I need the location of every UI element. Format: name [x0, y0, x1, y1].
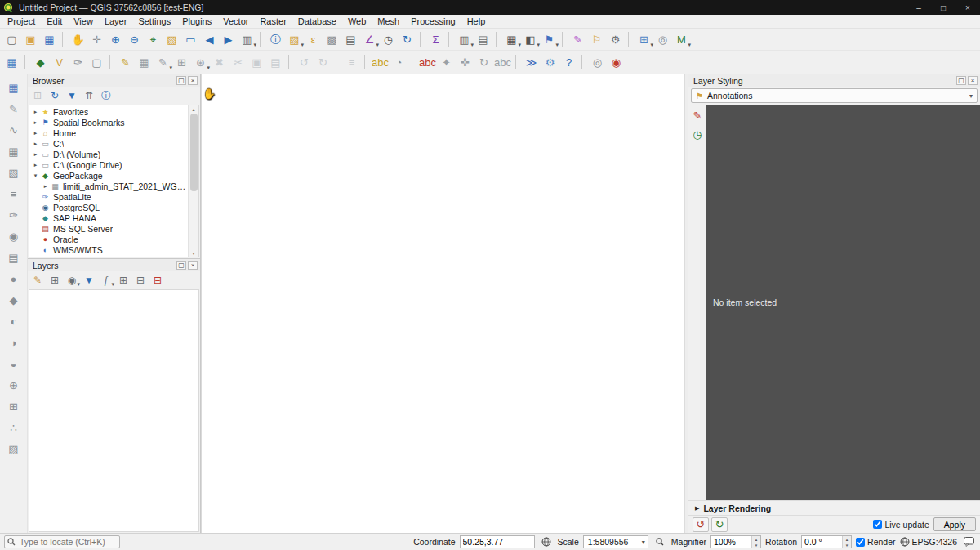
show-spatial-bookmarks[interactable]: ⚑▾	[540, 30, 559, 49]
add-postgis-layer[interactable]: ◉	[4, 226, 24, 246]
add-xyz-layer[interactable]: ⊞	[4, 396, 24, 416]
mesh-tools[interactable]: M▾	[672, 30, 691, 49]
layer-diagram-options[interactable]: ◔	[390, 53, 408, 72]
rotate-label[interactable]: ↻	[474, 53, 493, 72]
toggle-editing[interactable]: ✎	[116, 53, 135, 72]
menu-processing[interactable]: Processing	[405, 16, 461, 27]
styling-tab-symbology[interactable]: ✎	[689, 107, 706, 123]
tree-expand-icon[interactable]: ▸	[31, 109, 40, 115]
add-virtual-layer[interactable]: ▨	[4, 439, 24, 458]
move-label[interactable]: ✜	[456, 53, 474, 72]
project-properties[interactable]: ⚙	[606, 30, 625, 49]
browser-item-xyz-tiles[interactable]: ⊞ XYZ Tiles	[29, 255, 188, 257]
collapse-all-layers[interactable]: ⊟	[132, 272, 149, 288]
new-vector-layer[interactable]: ✎	[4, 99, 24, 118]
zoom-to-layer[interactable]: ▭	[181, 30, 200, 49]
highlight-pinned-labels[interactable]: abc	[418, 53, 437, 72]
open-attribute-table[interactable]: ▤	[341, 30, 360, 49]
layers-close-button[interactable]: ×	[188, 261, 198, 270]
magnifier-icon-button[interactable]	[653, 535, 667, 548]
tree-expand-icon[interactable]: ▸	[31, 130, 40, 136]
scroll-up-icon[interactable]: ▴	[192, 105, 194, 113]
messages-button[interactable]	[961, 537, 976, 547]
add-point-cloud-layer[interactable]: ∴	[4, 418, 24, 437]
select-by-expression[interactable]: ε	[304, 30, 323, 49]
apply-button[interactable]: Apply	[933, 517, 976, 531]
menu-settings[interactable]: Settings	[132, 16, 176, 27]
add-arcgis-rest-layer[interactable]: ⊕	[4, 375, 24, 395]
browser-item-sap-hana[interactable]: ◆ SAP HANA	[29, 212, 188, 223]
processing-toolbox[interactable]: ⚙	[541, 53, 559, 72]
browser-collapse-all[interactable]: ⇈	[81, 87, 97, 104]
browser-item-spatial-bookmarks[interactable]: ▸ ⚑ Spatial Bookmarks	[29, 117, 188, 127]
menu-vector[interactable]: Vector	[217, 16, 254, 27]
show-map-themes[interactable]: ◧▾	[521, 30, 540, 49]
new-project[interactable]: ▢	[2, 30, 21, 49]
help-contents[interactable]: ?	[559, 53, 578, 72]
map-canvas[interactable]: ✋	[201, 74, 684, 533]
browser-float-button[interactable]: ▢	[176, 76, 186, 85]
scale-combobox[interactable]: 1:5809556 ▾	[583, 535, 648, 548]
pan-map-to-selection[interactable]: ✛	[87, 30, 106, 49]
tree-expand-icon[interactable]: ▸	[41, 183, 50, 190]
browser-refresh[interactable]: ↻	[47, 87, 63, 104]
zoom-to-selection[interactable]: ▧	[163, 30, 181, 49]
add-group[interactable]: ⊞	[47, 272, 63, 288]
new-map-view[interactable]: ▥▾	[238, 30, 256, 49]
metasearch-catalog[interactable]: ◎	[653, 30, 672, 49]
open-data-source-manager[interactable]: ▦	[2, 53, 21, 72]
render-checkbox[interactable]: Render	[856, 537, 895, 547]
render-checkbox-input[interactable]	[856, 538, 865, 547]
menu-plugins[interactable]: Plugins	[176, 16, 217, 27]
live-update-checkbox-input[interactable]	[873, 520, 882, 529]
menu-edit[interactable]: Edit	[41, 16, 68, 27]
identify-features[interactable]: ⓘ	[266, 30, 285, 49]
temporal-controller-panel[interactable]: ◷	[379, 30, 398, 49]
menu-layer[interactable]: Layer	[99, 16, 133, 27]
add-wcs-layer[interactable]: ◑	[4, 333, 24, 352]
browser-item-d-drive[interactable]: ▸ ▭ D:\ (Volume)	[29, 149, 188, 159]
manage-map-themes[interactable]: ◉▾	[64, 272, 80, 288]
remove-layer-group[interactable]: ⊟	[149, 272, 166, 288]
open-layer-styling-panel[interactable]: ✎	[29, 272, 46, 288]
current-edits[interactable]: ✎▾	[154, 53, 172, 72]
add-wfs-layer[interactable]: ◒	[4, 354, 24, 373]
modify-attributes-of-selected-features[interactable]: ≡	[342, 53, 361, 72]
plugin-manager[interactable]: ⊞▾	[635, 30, 653, 49]
spin-down-icon[interactable]: ▾	[843, 542, 851, 548]
layer-rendering-expander[interactable]: ▶ Layer Rendering	[688, 500, 980, 515]
save-layer-edits[interactable]: ▦	[135, 53, 154, 72]
tree-expand-icon[interactable]: ▸	[31, 162, 40, 168]
redo[interactable]: ↻	[314, 53, 332, 72]
new-geopackage-layer[interactable]: ◆	[31, 53, 50, 72]
scrollbar-thumb[interactable]	[190, 114, 198, 191]
select-features[interactable]: ▨▾	[285, 30, 304, 49]
menu-view[interactable]: View	[68, 16, 99, 27]
browser-item-geopackage[interactable]: ▾ ◆ GeoPackage	[29, 170, 188, 181]
scroll-down-icon[interactable]: ▾	[192, 249, 194, 257]
live-update-checkbox[interactable]: Live update	[873, 520, 929, 530]
add-oracle-layer[interactable]: ●	[4, 269, 24, 288]
browser-item-home[interactable]: ▸ ⌂ Home	[29, 127, 188, 138]
coordinate-input[interactable]	[460, 535, 535, 548]
menu-project[interactable]: Project	[2, 16, 41, 27]
new-print-layout[interactable]: ▥▾	[455, 30, 474, 49]
minimize-button[interactable]: –	[906, 0, 931, 15]
expand-all-layers[interactable]: ⊞	[115, 272, 131, 288]
extents-toggle-button[interactable]	[539, 535, 554, 548]
browser-item-ms-sql-server[interactable]: ▤ MS SQL Server	[29, 223, 188, 234]
add-feature[interactable]: ⊞	[172, 53, 191, 72]
show-layout-manager[interactable]: ▤	[474, 30, 492, 49]
tree-expand-icon[interactable]: ▾	[31, 172, 40, 179]
save-project[interactable]: ▦	[40, 30, 59, 49]
browser-item-google-drive[interactable]: ▸ ▭ C:\ (Google Drive)	[29, 159, 188, 170]
qgis-resource-sharing[interactable]: ◉	[607, 53, 626, 72]
osm-place-search[interactable]: ◎	[588, 53, 607, 72]
change-label-properties[interactable]: abc	[493, 53, 512, 72]
zoom-full[interactable]: ⌖	[144, 30, 163, 49]
deselect-all[interactable]: ▩	[323, 30, 341, 49]
styling-close-button[interactable]: ×	[968, 76, 978, 85]
paste-features[interactable]: ▤	[266, 53, 285, 72]
undo[interactable]: ↺	[295, 53, 314, 72]
add-raster-layer[interactable]: ▦	[4, 141, 24, 161]
